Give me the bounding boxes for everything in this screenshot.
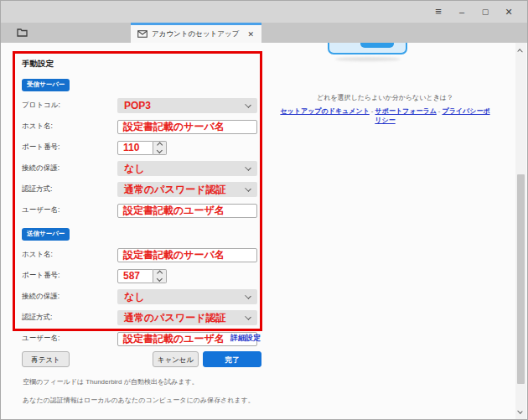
- manual-config-title: 手動設定: [22, 59, 260, 70]
- stepper-down-icon[interactable]: [157, 148, 163, 153]
- done-button[interactable]: 完了: [203, 351, 261, 367]
- help-links: セットアップのドキュメント-サポートフォーラム-プライバシーポリシー: [278, 106, 492, 125]
- select-value: POP3: [124, 100, 151, 111]
- field-label: プロトコル:: [22, 101, 117, 111]
- support-forum-link[interactable]: サポートフォーラム: [375, 107, 437, 115]
- tab-account-setup[interactable]: アカウントのセットアップ ✕: [131, 23, 261, 43]
- outgoing-hostname-row: ホスト名: 設定書記載のサーバ名: [22, 247, 260, 262]
- tab-close-icon[interactable]: ✕: [245, 29, 256, 40]
- advanced-config-link[interactable]: 詳細設定: [118, 333, 261, 344]
- field-label: 認証方式:: [22, 313, 117, 323]
- tab-label: アカウントのセットアップ: [152, 29, 245, 39]
- tab-bar: アカウントのセットアップ ✕: [1, 23, 527, 43]
- incoming-port-row: ポート番号: 110: [22, 140, 260, 155]
- incoming-auth-row: 認証方式: 通常のパスワード認証: [22, 182, 260, 197]
- incoming-hostname-row: ホスト名: 設定書記載のサーバ名: [22, 119, 260, 134]
- incoming-port-input[interactable]: 110: [117, 141, 153, 155]
- field-label: ホスト名:: [22, 122, 117, 132]
- chevron-down-icon: [245, 314, 251, 320]
- incoming-protocol-row: プロトコル: POP3: [22, 98, 260, 113]
- incoming-security-row: 接続の保護: なし: [22, 161, 260, 176]
- manual-config-annotation-box: 手動設定 受信サーバー プロトコル: POP3 ホスト名: 設定書記載のサーバ名…: [13, 51, 262, 331]
- incoming-hostname-input[interactable]: 設定書記載のサーバ名: [117, 120, 257, 134]
- autodetect-note: 空欄のフィールドは Thunderbird が自動検出を試みます。: [23, 377, 199, 386]
- chevron-down-icon: [245, 101, 251, 108]
- field-label: ポート番号:: [22, 143, 117, 153]
- maximize-button[interactable]: ▢: [474, 1, 497, 23]
- field-label: 接続の保護:: [22, 163, 117, 174]
- cancel-button[interactable]: キャンセル: [153, 351, 199, 367]
- incoming-auth-select[interactable]: 通常のパスワード認証: [117, 182, 257, 197]
- scroll-up-icon[interactable]: [518, 48, 524, 54]
- app-menu-icon[interactable]: ≡: [427, 1, 450, 23]
- incoming-username-row: ユーザー名: 設定書記載のユーザ名: [22, 203, 260, 218]
- chevron-down-icon: [245, 185, 251, 192]
- port-stepper[interactable]: [153, 141, 167, 155]
- help-column: どれを選択したらよいか分からないときは？ セットアップのドキュメント-サポートフ…: [278, 93, 492, 125]
- select-value: 通常のパスワード認証: [124, 183, 225, 197]
- field-label: ユーザー名:: [22, 205, 117, 215]
- outgoing-security-row: 接続の保護: なし: [22, 289, 260, 304]
- app-window: ≡ – ▢ ✕ アカウントのセットアップ ✕ 手動設定 受信サーバー プ: [0, 0, 528, 420]
- select-value: 通常のパスワード認証: [124, 311, 225, 325]
- account-setup-content: 手動設定 受信サーバー プロトコル: POP3 ホスト名: 設定書記載のサーバ名…: [2, 43, 518, 420]
- input-value: 設定書記載のサーバ名: [123, 120, 225, 134]
- field-label: ホスト名:: [22, 250, 117, 260]
- close-window-button[interactable]: ✕: [497, 1, 520, 23]
- field-label: ポート番号:: [22, 271, 117, 281]
- input-value: 110: [123, 142, 139, 153]
- input-value: 設定書記載のユーザ名: [123, 204, 225, 218]
- minimize-button[interactable]: –: [450, 1, 474, 23]
- port-stepper[interactable]: [153, 269, 167, 283]
- credentials-note: あなたの認証情報はローカルのあなたのコンピュータにのみ保存されます。: [23, 396, 255, 405]
- outgoing-port-row: ポート番号: 587: [22, 268, 260, 283]
- envelope-icon: [137, 30, 148, 38]
- incoming-security-select[interactable]: なし: [117, 161, 257, 176]
- scroll-down-icon[interactable]: [518, 409, 524, 415]
- outgoing-auth-select[interactable]: 通常のパスワード認証: [117, 310, 257, 325]
- outgoing-server-badge: 送信サーバー: [22, 228, 70, 241]
- select-value: なし: [124, 162, 145, 176]
- incoming-server-badge: 受信サーバー: [22, 79, 70, 91]
- setup-illustration-shadow: [335, 57, 401, 61]
- input-value: 587: [123, 270, 140, 282]
- retest-button[interactable]: 再テスト: [22, 351, 70, 367]
- folder-icon[interactable]: [17, 28, 28, 37]
- chevron-down-icon: [245, 164, 251, 171]
- field-label: 認証方式:: [22, 184, 117, 194]
- titlebar: ≡ – ▢ ✕: [1, 1, 527, 23]
- select-value: なし: [124, 290, 145, 304]
- outgoing-security-select[interactable]: なし: [117, 289, 257, 304]
- incoming-protocol-select[interactable]: POP3: [117, 98, 257, 113]
- incoming-username-input[interactable]: 設定書記載のユーザ名: [117, 204, 257, 218]
- stepper-down-icon[interactable]: [157, 276, 163, 282]
- setup-documentation-link[interactable]: セットアップのドキュメント: [280, 107, 369, 115]
- input-value: 設定書記載のサーバ名: [123, 248, 225, 262]
- outgoing-auth-row: 認証方式: 通常のパスワード認証: [22, 310, 260, 325]
- scrollbar-thumb[interactable]: [517, 174, 525, 384]
- link-separator: -: [370, 107, 375, 115]
- field-label: ユーザー名:: [22, 334, 117, 344]
- help-question: どれを選択したらよいか分からないときは？: [278, 93, 492, 102]
- outgoing-hostname-input[interactable]: 設定書記載のサーバ名: [117, 248, 257, 262]
- field-label: 接続の保護:: [22, 292, 117, 302]
- chevron-down-icon: [245, 293, 251, 299]
- outgoing-port-input[interactable]: 587: [117, 269, 153, 283]
- vertical-scrollbar[interactable]: [515, 43, 526, 420]
